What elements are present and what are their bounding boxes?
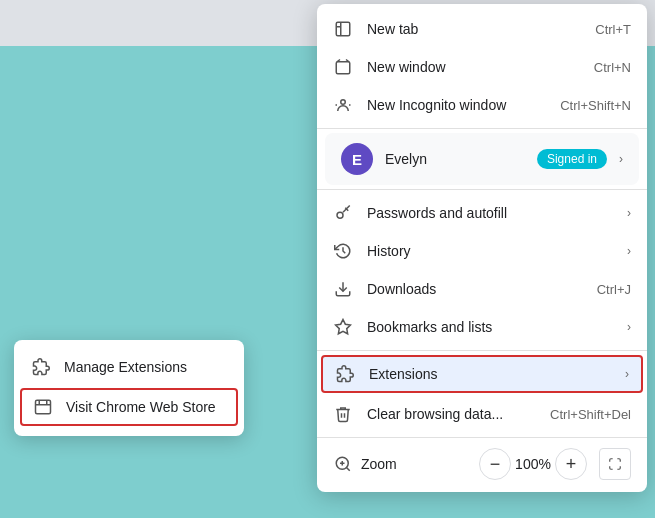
new-window-label: New window	[367, 59, 580, 75]
zoom-value: 100%	[511, 456, 555, 472]
clear-browsing-item[interactable]: Clear browsing data... Ctrl+Shift+Del	[317, 395, 647, 433]
webstore-icon	[34, 398, 52, 416]
profile-chevron: ›	[619, 152, 623, 166]
svg-rect-1	[36, 400, 51, 414]
bookmark-icon	[333, 317, 353, 337]
svg-rect-2	[336, 22, 350, 36]
clear-browsing-label: Clear browsing data...	[367, 406, 536, 422]
profile-name: Evelyn	[385, 151, 525, 167]
downloads-item[interactable]: Downloads Ctrl+J	[317, 270, 647, 308]
passwords-chevron: ›	[627, 206, 631, 220]
manage-extensions-label: Manage Extensions	[64, 359, 226, 375]
svg-point-5	[337, 212, 343, 218]
divider-3	[317, 350, 647, 351]
svg-rect-3	[336, 62, 350, 74]
extensions-chevron: ›	[625, 367, 629, 381]
extensions-icon	[32, 358, 50, 376]
new-window-shortcut: Ctrl+N	[594, 60, 631, 75]
visit-store-label: Visit Chrome Web Store	[66, 399, 224, 415]
new-window-item[interactable]: New window Ctrl+N	[317, 48, 647, 86]
new-incognito-shortcut: Ctrl+Shift+N	[560, 98, 631, 113]
extensions-label: Extensions	[369, 366, 611, 382]
bookmarks-chevron: ›	[627, 320, 631, 334]
profile-section[interactable]: E Evelyn Signed in ›	[325, 133, 639, 185]
downloads-label: Downloads	[367, 281, 583, 297]
extensions-item[interactable]: Extensions ›	[321, 355, 643, 393]
zoom-icon	[333, 455, 353, 473]
download-icon	[333, 279, 353, 299]
visit-store-item[interactable]: Visit Chrome Web Store	[20, 388, 238, 426]
passwords-label: Passwords and autofill	[367, 205, 613, 221]
zoom-controls: − 100% +	[479, 448, 587, 480]
new-tab-shortcut: Ctrl+T	[595, 22, 631, 37]
divider-4	[317, 437, 647, 438]
history-label: History	[367, 243, 613, 259]
fullscreen-button[interactable]	[599, 448, 631, 480]
manage-extensions-item[interactable]: Manage Extensions	[16, 348, 242, 386]
bookmarks-item[interactable]: Bookmarks and lists ›	[317, 308, 647, 346]
history-chevron: ›	[627, 244, 631, 258]
passwords-item[interactable]: Passwords and autofill ›	[317, 194, 647, 232]
svg-marker-7	[336, 320, 351, 334]
extensions-menu-icon	[335, 364, 355, 384]
zoom-label: Zoom	[361, 456, 471, 472]
svg-point-4	[341, 100, 346, 105]
new-tab-item[interactable]: New tab Ctrl+T	[317, 10, 647, 48]
bookmarks-label: Bookmarks and lists	[367, 319, 613, 335]
divider-1	[317, 128, 647, 129]
main-menu: New tab Ctrl+T New window Ctrl+N New Inc…	[317, 4, 647, 492]
zoom-minus-button[interactable]: −	[479, 448, 511, 480]
divider-2	[317, 189, 647, 190]
downloads-shortcut: Ctrl+J	[597, 282, 631, 297]
zoom-section: Zoom − 100% +	[317, 442, 647, 486]
incognito-icon	[333, 95, 353, 115]
history-item[interactable]: History ›	[317, 232, 647, 270]
trash-icon	[333, 404, 353, 424]
zoom-plus-button[interactable]: +	[555, 448, 587, 480]
profile-avatar: E	[341, 143, 373, 175]
new-incognito-item[interactable]: New Incognito window Ctrl+Shift+N	[317, 86, 647, 124]
new-tab-icon	[333, 19, 353, 39]
new-tab-label: New tab	[367, 21, 581, 37]
signed-in-badge: Signed in	[537, 149, 607, 169]
history-icon	[333, 241, 353, 261]
extensions-submenu: Manage Extensions Visit Chrome Web Store	[14, 340, 244, 436]
new-incognito-label: New Incognito window	[367, 97, 546, 113]
new-window-icon	[333, 57, 353, 77]
clear-browsing-shortcut: Ctrl+Shift+Del	[550, 407, 631, 422]
key-icon	[333, 203, 353, 223]
